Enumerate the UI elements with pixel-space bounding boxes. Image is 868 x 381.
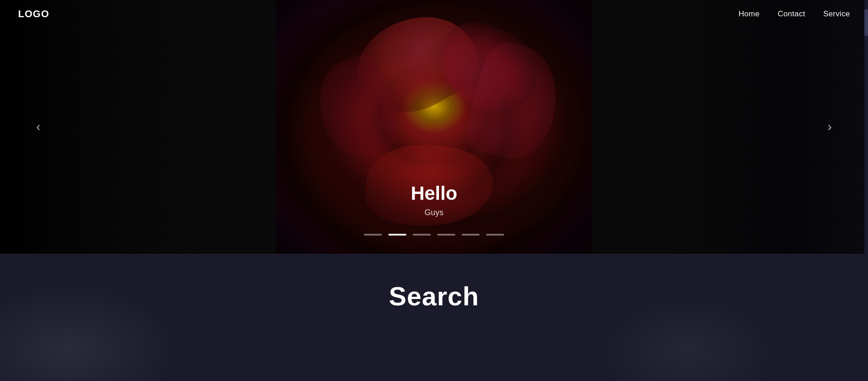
nav-service[interactable]: Service bbox=[823, 10, 850, 18]
dot-0[interactable] bbox=[364, 234, 382, 236]
slide-title: Hello bbox=[411, 183, 458, 204]
nav-contact[interactable]: Contact bbox=[778, 10, 806, 18]
slide-subtitle: Guys bbox=[411, 208, 458, 217]
dot-2[interactable] bbox=[413, 234, 431, 236]
petal-right bbox=[462, 37, 570, 167]
search-section: Search bbox=[0, 254, 868, 381]
dot-3[interactable] bbox=[437, 234, 455, 236]
logo: LOGO bbox=[18, 8, 49, 20]
dot-1[interactable] bbox=[388, 234, 406, 236]
prev-arrow-button[interactable]: ‹ bbox=[27, 115, 49, 139]
dot-4[interactable] bbox=[462, 234, 480, 236]
slide-text: Hello Guys bbox=[411, 183, 458, 217]
next-arrow-button[interactable]: › bbox=[819, 115, 841, 139]
nav-home[interactable]: Home bbox=[739, 10, 760, 18]
slider-dots bbox=[364, 234, 504, 236]
search-title: Search bbox=[389, 281, 479, 311]
scrollbar bbox=[864, 0, 868, 254]
dot-5[interactable] bbox=[486, 234, 504, 236]
navbar: LOGO Home Contact Service bbox=[0, 0, 868, 28]
hero-slider: ‹ › Hello Guys bbox=[0, 0, 868, 254]
nav-links: Home Contact Service bbox=[739, 10, 850, 19]
